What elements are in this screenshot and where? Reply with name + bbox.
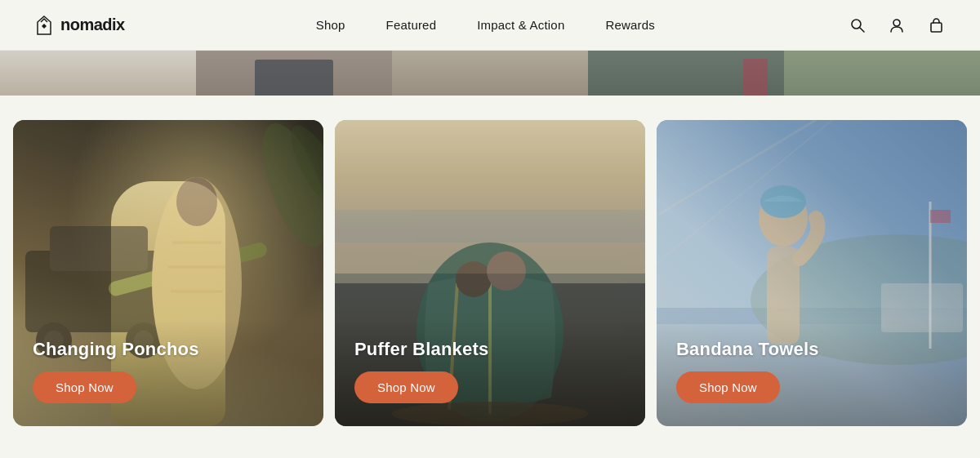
search-icon[interactable] — [846, 14, 869, 37]
card-3-content: Bandana Towels Shop Now — [657, 319, 967, 426]
cart-icon[interactable] — [924, 14, 947, 37]
hero-segment-3 — [392, 51, 588, 96]
hero-segment-4 — [588, 51, 784, 96]
hero-segment-5 — [784, 51, 980, 96]
svg-point-12 — [176, 177, 217, 226]
nav-impact-action[interactable]: Impact & Action — [477, 18, 564, 32]
products-section: Changing Ponchos Shop Now — [0, 96, 980, 451]
nav-shop[interactable]: Shop — [316, 18, 345, 32]
logo-icon — [33, 14, 56, 37]
svg-point-23 — [456, 261, 492, 297]
site-header: nomadix Shop Featured Impact & Action Re… — [0, 0, 980, 51]
products-grid: Changing Ponchos Shop Now — [13, 120, 967, 426]
svg-rect-32 — [930, 210, 951, 223]
svg-point-0 — [852, 20, 861, 29]
product-card-changing-ponchos[interactable]: Changing Ponchos Shop Now — [13, 120, 323, 426]
hero-segment-1 — [0, 51, 196, 96]
nav-rewards[interactable]: Rewards — [605, 18, 655, 32]
card-2-content: Puffer Blankets Shop Now — [335, 319, 645, 426]
hero-strip — [0, 51, 980, 96]
svg-line-1 — [860, 28, 864, 32]
card-3-title: Bandana Towels — [676, 339, 947, 360]
logo-text: nomadix — [60, 16, 125, 34]
hero-segment-2 — [196, 51, 392, 96]
product-card-bandana-towels[interactable]: Bandana Towels Shop Now — [657, 120, 967, 426]
card-1-content: Changing Ponchos Shop Now — [13, 319, 323, 426]
svg-rect-5 — [50, 226, 148, 271]
shop-now-button-towels[interactable]: Shop Now — [676, 371, 780, 403]
svg-rect-3 — [931, 23, 942, 32]
nav-featured[interactable]: Featured — [386, 18, 437, 32]
card-2-title: Puffer Blankets — [354, 339, 626, 360]
shop-now-button-blankets[interactable]: Shop Now — [354, 371, 458, 403]
header-icons — [846, 14, 947, 37]
main-nav: Shop Featured Impact & Action Rewards — [125, 18, 846, 32]
svg-point-24 — [487, 251, 526, 291]
product-card-puffer-blankets[interactable]: Puffer Blankets Shop Now — [335, 120, 645, 426]
shop-now-button-ponchos[interactable]: Shop Now — [33, 371, 136, 403]
svg-point-2 — [893, 20, 900, 26]
account-icon[interactable] — [885, 14, 908, 37]
svg-rect-26 — [335, 210, 645, 242]
logo[interactable]: nomadix — [33, 14, 125, 37]
card-1-title: Changing Ponchos — [33, 339, 304, 360]
